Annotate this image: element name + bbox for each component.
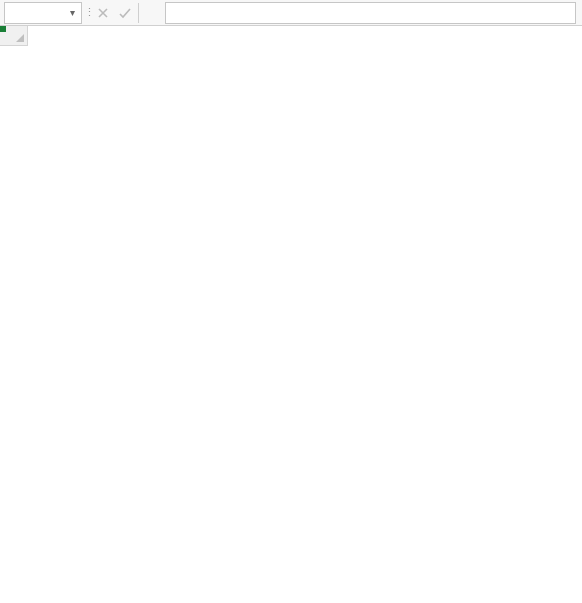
fill-handle[interactable] [0,26,6,32]
name-box-dropdown-icon[interactable]: ▾ [65,7,79,18]
enter-icon[interactable] [114,2,136,24]
name-box[interactable]: ▾ [4,2,82,24]
formula-input[interactable] [165,2,576,24]
cancel-icon[interactable] [92,2,114,24]
formula-bar: ▾ ⋮ [0,0,582,26]
sheet [0,26,582,603]
divider [138,3,139,23]
fx-icon[interactable] [141,2,163,24]
